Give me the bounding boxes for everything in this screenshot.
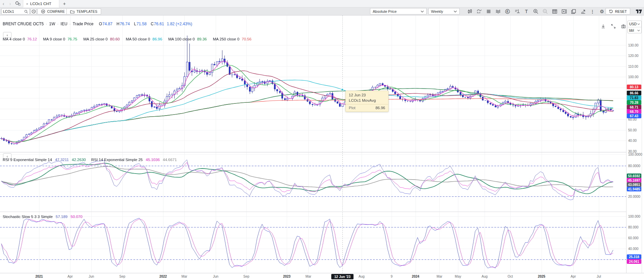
kebab-glyph: ⋮: [590, 9, 595, 14]
axis-tick: 60.000: [628, 236, 639, 240]
events-icon[interactable]: E: [503, 8, 512, 15]
axis-tick: 50.00: [628, 128, 637, 132]
duplicate-icon[interactable]: [569, 8, 578, 15]
zoom-out-icon[interactable]: [541, 8, 550, 15]
time-label: Jun: [213, 275, 218, 278]
zoom-in-icon[interactable]: [531, 8, 540, 15]
data-tooltip: 12 Jun 23 LCOc1 MovAvg Plot 86.96: [345, 91, 389, 112]
unit-selector: USD bbl: [627, 21, 642, 33]
price-mode-value: Absolute Price: [373, 9, 397, 13]
breadcrumb-icon: ▸: [27, 2, 28, 5]
add-pane-icon[interactable]: [560, 8, 569, 15]
legend-interval: 1W: [49, 22, 55, 26]
time-label: Apr: [67, 275, 73, 278]
time-label: Sep: [243, 275, 249, 278]
settings-gear-icon[interactable]: ⚙: [597, 8, 606, 15]
scroll-to-latest-icon[interactable]: [599, 23, 607, 30]
time-label: 9: [391, 275, 393, 278]
indicators-icon[interactable]: [475, 8, 484, 15]
data-table-icon[interactable]: [550, 8, 559, 15]
rsi-legend: RSI 9 Exponential Simple 1447.321142.263…: [3, 158, 177, 162]
search-lock-icon[interactable]: [13, 1, 22, 6]
time-label: Aug: [482, 275, 488, 278]
symbol-input[interactable]: [3, 9, 23, 13]
screenshot-camera-icon[interactable]: [619, 23, 627, 30]
history-clock-button[interactable]: [31, 8, 36, 14]
price-scale-column[interactable]: 130.00120.00110.00100.0090.0080.0070.006…: [626, 0, 644, 280]
separator-dot: ·: [46, 22, 47, 26]
legend-price-type: Trade Price: [73, 22, 94, 26]
text-letter: T: [525, 9, 528, 14]
collapse-main-legend-button[interactable]: ‹: [3, 32, 11, 38]
time-label: Mar: [181, 275, 187, 278]
text-tool-icon[interactable]: T: [522, 8, 531, 15]
tooltip-value: 86.96: [375, 106, 385, 110]
reset-icon: [609, 9, 613, 13]
add-circle-icon: [41, 9, 45, 13]
separator-dot: ·: [69, 22, 71, 26]
ohlc-H: H76.74: [117, 22, 130, 26]
time-label: 2021: [35, 275, 43, 278]
axis-tick: 40.00: [628, 139, 637, 143]
time-label: Jun: [89, 275, 94, 278]
time-label: Apr: [571, 275, 576, 278]
chevron-down-icon: [454, 10, 457, 12]
axis-tick: 100.000: [628, 215, 640, 218]
axis-badge: 68.70: [627, 109, 641, 114]
ma-legend: MA 4 close 076.12MA 9 close 076.75MA 25 …: [3, 37, 251, 41]
tooltip-series: LCOc1 MovAvg: [349, 98, 385, 102]
axis-tick: 80.000: [628, 225, 639, 229]
nav-back-icon[interactable]: ‹: [0, 0, 7, 7]
templates-button[interactable]: TEMPLATES: [66, 8, 101, 14]
separator-dot: ·: [57, 22, 59, 26]
time-label: Jul: [597, 275, 601, 278]
currency-select[interactable]: USD: [628, 21, 641, 27]
interval-select[interactable]: Weekly: [428, 8, 460, 14]
ma-legend-item: MA 9 close 076.75: [43, 37, 78, 41]
axis-badge: 80.13: [627, 85, 641, 89]
time-axis[interactable]: 12 Jun '23 2021AprJunSep2022MarJunSep202…: [0, 273, 644, 280]
axis-tick: 130.00: [628, 43, 639, 47]
ma-legend-item: MA 50 close 086.96: [126, 37, 162, 41]
unit-value: bbl: [629, 28, 634, 32]
time-label: Sep: [119, 275, 125, 278]
time-label: Mar: [305, 275, 311, 278]
price-mode-select[interactable]: Absolute Price: [370, 8, 427, 14]
change-value: 1.82 (+2.43%): [167, 22, 192, 26]
reset-button[interactable]: RESET: [606, 8, 630, 14]
chart-toolbar: COMPARE TEMPLATES Absolute Price Weekly: [0, 7, 644, 15]
kebab-menu-icon[interactable]: ⋮: [588, 8, 597, 15]
ohlc-O: O74.87: [99, 22, 112, 26]
rsi-legend-item: RSI 14 Exponential Simple 2545.103644.66…: [91, 158, 177, 162]
axis-tick: 20.0000: [628, 195, 640, 198]
time-label: 2022: [159, 275, 167, 278]
main-series-legend: BRENT CRUDE OCT5 · 1W · IEU · Trade Pric…: [3, 22, 192, 26]
add-tab-button[interactable]: +: [59, 0, 69, 7]
axis-scale-icon[interactable]: [513, 8, 521, 15]
tradingview-logo[interactable]: [635, 8, 643, 15]
chevron-down-icon: [637, 23, 640, 25]
tab-lcoc1-cht[interactable]: ▸ LCOc1 CHT: [23, 0, 59, 7]
axis-badge: 67.43: [627, 114, 641, 118]
axis-tick: 80.0000: [628, 164, 640, 168]
ohlc-L: L71.58: [134, 22, 147, 26]
symbol-search-box[interactable]: [1, 8, 30, 14]
time-label: Aug: [359, 275, 365, 278]
axis-tick: 40.000: [628, 247, 639, 251]
candlestick-style-icon[interactable]: [465, 8, 474, 15]
chevron-down-icon: [421, 10, 424, 12]
axis-badge: 24.061: [627, 259, 641, 264]
layers-icon[interactable]: [484, 8, 493, 15]
unit-select[interactable]: bbl: [628, 27, 641, 33]
compare-button[interactable]: COMPARE: [37, 8, 68, 14]
ma-legend-item: MA 100 close 089.36: [168, 37, 207, 41]
time-label: Oct: [508, 275, 513, 278]
currency-value: USD: [629, 22, 637, 26]
nav-forward-icon[interactable]: ›: [7, 0, 13, 7]
maximize-pane-icon[interactable]: [609, 23, 617, 30]
axis-badge: 25.318: [627, 254, 641, 259]
export-chart-icon[interactable]: [579, 8, 587, 15]
axis-badge: 71.83: [627, 95, 641, 100]
waves-icon[interactable]: [494, 8, 502, 15]
compare-label: COMPARE: [47, 9, 65, 13]
